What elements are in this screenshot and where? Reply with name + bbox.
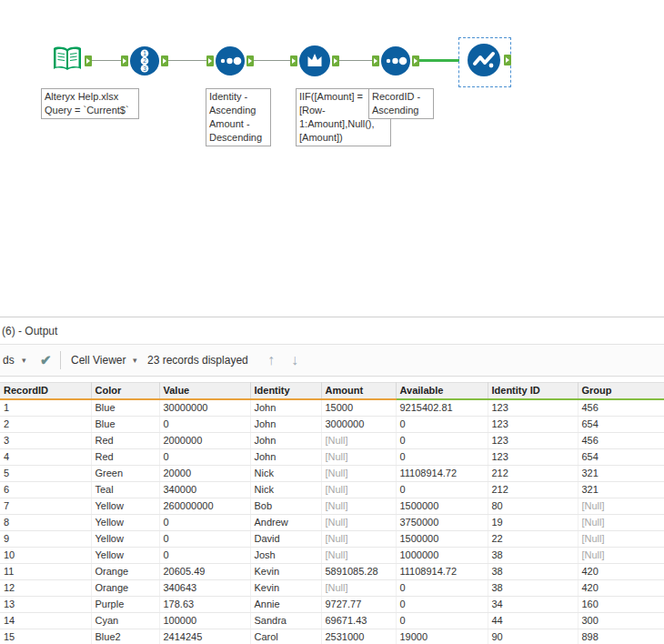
workflow-canvas[interactable]: 1 2 3 xyxy=(0,0,664,317)
output-anchor[interactable] xyxy=(332,55,339,66)
table-cell[interactable]: 1500000 xyxy=(396,531,488,548)
tool-input-data[interactable] xyxy=(51,43,84,75)
table-cell[interactable]: 2 xyxy=(0,417,91,433)
table-cell[interactable]: 22 xyxy=(488,531,578,548)
table-cell[interactable]: 10 xyxy=(0,548,91,564)
table-cell[interactable]: David xyxy=(250,531,321,548)
table-cell[interactable]: [Null] xyxy=(321,482,396,498)
table-cell[interactable]: 2531000 xyxy=(321,629,396,644)
table-cell[interactable]: 420 xyxy=(578,580,664,597)
table-cell[interactable]: 1500000 xyxy=(396,498,488,515)
annotation-input-data[interactable]: Alteryx Help.xlsx Query = `Current$` xyxy=(41,88,139,119)
connection-wire-selected[interactable] xyxy=(419,59,459,62)
table-cell[interactable]: 20605.49 xyxy=(159,564,250,580)
table-cell[interactable]: 15 xyxy=(0,629,91,644)
table-cell[interactable]: 123 xyxy=(488,449,578,466)
table-cell[interactable]: Cyan xyxy=(91,613,159,629)
table-cell[interactable]: John xyxy=(250,449,321,466)
column-header-color[interactable]: Color xyxy=(91,383,159,400)
table-cell[interactable]: 160 xyxy=(578,597,664,613)
table-cell[interactable]: 2000000 xyxy=(159,433,250,449)
table-cell[interactable]: 178.63 xyxy=(159,597,250,613)
table-cell[interactable]: 19000 xyxy=(396,629,488,644)
table-cell[interactable]: 898 xyxy=(578,629,664,644)
table-cell[interactable]: [Null] xyxy=(321,466,396,482)
table-cell[interactable]: 9215402.81 xyxy=(396,399,488,417)
table-cell[interactable]: 9 xyxy=(0,531,91,548)
table-cell[interactable]: 30000000 xyxy=(159,399,250,417)
table-cell[interactable]: 123 xyxy=(488,399,578,417)
table-cell[interactable]: Blue2 xyxy=(91,629,159,644)
table-cell[interactable]: 9727.77 xyxy=(321,597,396,613)
connection-wire[interactable] xyxy=(254,60,290,61)
table-cell[interactable]: 14 xyxy=(0,613,91,629)
table-cell[interactable]: Teal xyxy=(91,482,159,498)
column-header-amount[interactable]: Amount xyxy=(321,383,396,400)
table-cell[interactable]: Kevin xyxy=(250,580,321,597)
table-cell[interactable]: [Null] xyxy=(578,498,664,515)
arrow-down-icon[interactable]: ↓ xyxy=(291,352,298,368)
table-cell[interactable]: 123 xyxy=(488,417,578,433)
cell-viewer-button[interactable]: Cell Viewer xyxy=(71,354,126,367)
table-cell[interactable]: 1000000 xyxy=(396,548,488,564)
column-header-identity-id[interactable]: Identity ID xyxy=(488,383,578,400)
table-cell[interactable]: 0 xyxy=(396,482,488,498)
table-cell[interactable]: [Null] xyxy=(321,449,396,466)
table-cell[interactable]: [Null] xyxy=(321,548,396,564)
table-cell[interactable]: Bob xyxy=(250,498,321,515)
table-cell[interactable]: [Null] xyxy=(321,515,396,531)
table-cell[interactable]: 0 xyxy=(396,613,488,629)
column-header-group[interactable]: Group xyxy=(578,383,664,400)
input-anchor[interactable] xyxy=(121,55,128,66)
table-cell[interactable]: Red xyxy=(91,433,159,449)
table-cell[interactable]: 3000000 xyxy=(321,417,396,433)
table-cell[interactable]: 38 xyxy=(488,548,578,564)
output-anchor[interactable] xyxy=(246,55,254,66)
table-cell[interactable]: 0 xyxy=(396,433,488,449)
table-cell[interactable]: Kevin xyxy=(250,564,321,580)
column-header-recordid[interactable]: RecordID xyxy=(0,383,91,400)
table-cell[interactable]: 19 xyxy=(488,515,578,531)
tool-sort-1[interactable] xyxy=(215,45,246,76)
table-cell[interactable]: Yellow xyxy=(91,548,159,564)
table-cell[interactable]: Andrew xyxy=(250,515,321,531)
arrow-up-icon[interactable]: ↑ xyxy=(267,352,275,368)
table-cell[interactable]: Sandra xyxy=(250,613,321,629)
table-cell[interactable]: 0 xyxy=(159,548,250,564)
tool-sort-2[interactable] xyxy=(380,45,411,76)
column-header-available[interactable]: Available xyxy=(396,383,488,400)
table-cell[interactable]: 0 xyxy=(159,449,250,466)
table-cell[interactable]: 420 xyxy=(578,564,664,580)
table-cell[interactable]: 11108914.72 xyxy=(396,564,488,580)
table-cell[interactable]: Yellow xyxy=(91,531,159,548)
table-cell[interactable]: 456 xyxy=(578,399,664,417)
table-cell[interactable]: 321 xyxy=(578,466,664,482)
column-header-value[interactable]: Value xyxy=(159,383,250,400)
table-cell[interactable]: 0 xyxy=(396,597,488,613)
table-cell[interactable]: 0 xyxy=(396,417,488,433)
table-cell[interactable]: 321 xyxy=(578,482,664,498)
table-cell[interactable]: 0 xyxy=(159,417,250,433)
input-anchor[interactable] xyxy=(372,55,379,66)
table-cell[interactable]: 38 xyxy=(488,564,578,580)
table-cell[interactable]: [Null] xyxy=(578,531,664,548)
table-cell[interactable]: 340643 xyxy=(159,580,250,597)
output-anchor[interactable] xyxy=(504,55,511,65)
table-cell[interactable]: [Null] xyxy=(321,498,396,515)
table-cell[interactable]: 260000000 xyxy=(159,498,250,515)
chevron-down-icon[interactable]: ▾ xyxy=(22,356,26,365)
table-cell[interactable]: 100000 xyxy=(159,613,250,629)
table-cell[interactable]: 5 xyxy=(0,466,91,482)
input-anchor[interactable] xyxy=(206,55,214,66)
table-cell[interactable]: 300 xyxy=(578,613,664,629)
chevron-down-icon[interactable]: ▾ xyxy=(133,356,137,365)
table-cell[interactable]: 13 xyxy=(0,597,91,613)
table-cell[interactable]: Orange xyxy=(91,580,159,597)
table-cell[interactable]: Yellow xyxy=(91,515,159,531)
table-cell[interactable]: 11 xyxy=(0,564,91,580)
table-cell[interactable]: 34 xyxy=(488,597,578,613)
table-cell[interactable]: 6 xyxy=(0,482,91,498)
table-cell[interactable]: Josh xyxy=(250,548,321,564)
table-cell[interactable]: 44 xyxy=(488,613,578,629)
table-cell[interactable]: [Null] xyxy=(321,580,396,597)
